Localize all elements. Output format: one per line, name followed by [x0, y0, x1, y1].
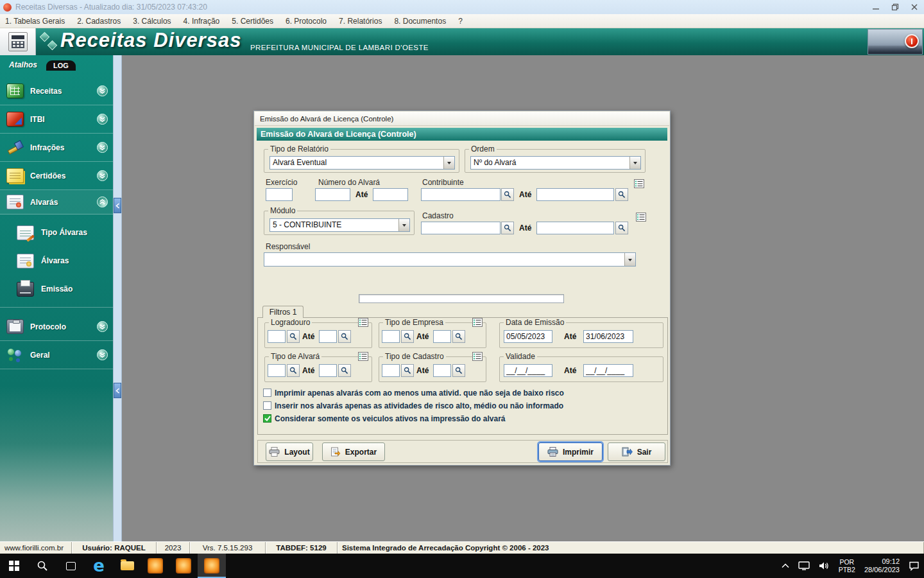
exercicio-input[interactable] [266, 188, 293, 201]
list-icon[interactable] [634, 179, 644, 188]
file-explorer-button[interactable] [113, 554, 141, 578]
app-orange-3-button[interactable] [198, 554, 226, 578]
tipo-cadastro-from-input[interactable] [382, 364, 400, 377]
magnifier-icon[interactable] [401, 364, 414, 377]
volume-button[interactable] [814, 554, 834, 578]
expand-chevron-icon[interactable] [97, 321, 108, 332]
magnifier-icon[interactable] [501, 188, 514, 201]
menu-calculos[interactable]: 3. Cálculos [133, 17, 171, 26]
numero-alvara-from-input[interactable] [315, 188, 350, 201]
expand-chevron-icon[interactable] [97, 85, 108, 96]
logradouro-to-input[interactable] [319, 330, 337, 343]
language-indicator[interactable]: POR PTB2 [834, 554, 860, 578]
collapse-chevron-icon[interactable] [97, 197, 108, 207]
tipo-alvara-from-input[interactable] [268, 364, 286, 377]
magnifier-icon[interactable] [338, 330, 351, 343]
expand-chevron-icon[interactable] [97, 349, 108, 360]
data-emissao-from-input[interactable] [504, 330, 552, 343]
collapse-arrow-icon[interactable] [114, 198, 121, 213]
checkbox-risco-alto[interactable] [263, 401, 271, 410]
dropdown-arrow-icon[interactable] [624, 253, 635, 266]
magnifier-icon[interactable] [501, 222, 514, 234]
sidebar-item-receitas[interactable]: Receitas [0, 77, 113, 105]
task-view-button[interactable] [56, 554, 85, 578]
close-button[interactable] [905, 0, 924, 14]
dialog-titlebar[interactable]: Emissão do Alvará de Licença (Controle) [255, 112, 669, 126]
action-center-button[interactable] [904, 554, 924, 578]
modulo-select[interactable]: 5 - CONTRIBUINTE [270, 218, 410, 232]
list-icon[interactable] [358, 318, 368, 327]
magnifier-icon[interactable] [287, 364, 300, 377]
tipo-empresa-from-input[interactable] [382, 330, 400, 343]
responsavel-select[interactable] [264, 252, 636, 267]
tipo-alvara-to-input[interactable] [319, 364, 337, 377]
validade-from-input[interactable] [504, 364, 552, 377]
app-orange-2-button[interactable] [169, 554, 198, 578]
expand-chevron-icon[interactable] [97, 114, 108, 125]
contribuinte-to-input[interactable] [536, 188, 614, 201]
tab-log[interactable]: LOG [46, 60, 76, 71]
numero-alvara-to-input[interactable] [373, 188, 408, 201]
list-icon[interactable] [358, 352, 368, 361]
list-icon[interactable] [472, 318, 483, 327]
sidebar-item-itbi[interactable]: ITBI [0, 105, 113, 134]
sidebar-item-geral[interactable]: Geral [0, 341, 113, 369]
checkbox-baixo-risco[interactable] [263, 389, 271, 397]
magnifier-icon[interactable] [338, 364, 351, 377]
menu-cadastros[interactable]: 2. Cadastros [77, 17, 121, 26]
tipo-cadastro-to-input[interactable] [433, 364, 451, 377]
logradouro-from-input[interactable] [268, 330, 286, 343]
submenu-item-tipo-alvaras[interactable]: Tipo Álvaras [17, 218, 113, 247]
dropdown-arrow-icon[interactable] [398, 219, 409, 231]
sidebar-item-protocolo[interactable]: Protocolo [0, 313, 113, 341]
start-button[interactable] [0, 554, 28, 578]
validade-to-input[interactable] [583, 364, 633, 377]
cadastro-from-input[interactable] [421, 222, 501, 234]
ordem-select[interactable]: Nº do Alvará [470, 156, 641, 170]
minimize-button[interactable] [866, 0, 886, 14]
magnifier-icon[interactable] [401, 330, 414, 343]
menu-tabelas-gerais[interactable]: 1. Tabelas Gerais [5, 17, 65, 26]
checkbox-veiculos-ativos[interactable] [263, 414, 271, 423]
sidebar-scrollbar[interactable] [113, 55, 122, 541]
submenu-item-emissao[interactable]: Emissão [17, 275, 113, 303]
network-button[interactable] [794, 554, 814, 578]
list-icon[interactable] [636, 213, 646, 222]
restore-button[interactable] [886, 0, 905, 14]
submenu-item-alvaras[interactable]: Álvaras [17, 247, 113, 275]
tipo-empresa-to-input[interactable] [433, 330, 451, 343]
collapse-arrow-icon[interactable] [114, 383, 121, 398]
tab-filtros-1[interactable]: Filtros 1 [262, 306, 304, 318]
dropdown-arrow-icon[interactable] [443, 157, 454, 169]
taskbar-search-button[interactable] [28, 554, 56, 578]
data-emissao-to-input[interactable] [583, 330, 633, 343]
tipo-relatorio-select[interactable]: Alvará Eventual [270, 156, 455, 170]
magnifier-icon[interactable] [615, 188, 628, 201]
sair-button[interactable]: Sair [608, 442, 665, 461]
cadastro-to-input[interactable] [536, 222, 614, 234]
menu-documentos[interactable]: 8. Documentos [394, 17, 446, 26]
edge-button[interactable]: e [85, 554, 113, 578]
exportar-button[interactable]: Exportar [322, 442, 385, 461]
expand-chevron-icon[interactable] [97, 170, 108, 181]
contribuinte-from-input[interactable] [421, 188, 501, 201]
menu-protocolo[interactable]: 6. Protocolo [286, 17, 327, 26]
sidebar-item-infracoes[interactable]: Infrações [0, 134, 113, 162]
magnifier-icon[interactable] [615, 222, 628, 234]
layout-button[interactable]: Layout [266, 442, 313, 461]
power-button-icon[interactable] [905, 34, 919, 48]
sidebar-item-alvaras[interactable]: Alvarás [0, 190, 113, 215]
menu-help[interactable]: ? [458, 17, 463, 26]
menu-certidoes[interactable]: 5. Certidões [232, 17, 273, 26]
hidden-icons-button[interactable] [777, 554, 794, 578]
imprimir-button[interactable]: Imprimir [538, 442, 603, 461]
magnifier-icon[interactable] [452, 364, 465, 377]
menu-relatorios[interactable]: 7. Relatórios [339, 17, 382, 26]
dropdown-arrow-icon[interactable] [629, 157, 640, 169]
taskbar-clock[interactable]: 09:12 28/06/2023 [860, 554, 904, 578]
tab-atalhos[interactable]: Atalhos [8, 59, 38, 71]
app-orange-1-button[interactable] [141, 554, 169, 578]
magnifier-icon[interactable] [287, 330, 300, 343]
sidebar-item-certidoes[interactable]: Certidões [0, 162, 113, 190]
menu-infracao[interactable]: 4. Infração [184, 17, 220, 26]
